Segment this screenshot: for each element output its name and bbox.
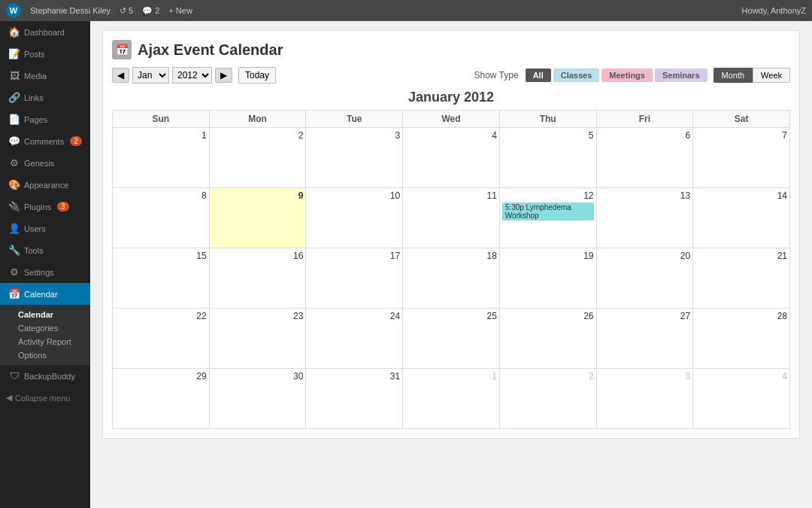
sidebar-item-appearance[interactable]: 🎨 Appearance bbox=[0, 174, 90, 196]
site-name[interactable]: Stephanie Dessi Kiley bbox=[30, 6, 111, 15]
event-item[interactable]: 5:30p Lymphedema Workshop bbox=[502, 202, 594, 221]
sidebar-item-tools[interactable]: 🔧 Tools bbox=[0, 239, 90, 261]
day-number: 17 bbox=[308, 251, 400, 261]
table-cell[interactable]: 19 bbox=[499, 248, 596, 309]
table-cell[interactable]: 1 bbox=[113, 128, 210, 188]
table-cell[interactable]: 16 bbox=[209, 248, 306, 309]
day-number: 8 bbox=[115, 190, 207, 201]
submenu-item-activity-report[interactable]: Activity Report bbox=[18, 335, 90, 348]
comments-btn[interactable]: 💬 2 bbox=[142, 6, 159, 16]
dashboard-icon: 🏠 bbox=[8, 26, 20, 38]
submenu-item-calendar[interactable]: Calendar bbox=[18, 308, 90, 321]
table-cell[interactable]: 18 bbox=[403, 248, 500, 309]
next-month-btn[interactable]: ▶ bbox=[215, 68, 232, 83]
table-cell[interactable]: 4 bbox=[693, 369, 790, 429]
day-number: 11 bbox=[405, 190, 497, 201]
view-btn-month[interactable]: Month bbox=[714, 68, 753, 83]
calendar-nav: ◀ JanFebMarAprMayJunJulAugSepOctNovDec 2… bbox=[112, 67, 232, 84]
type-btn-meetings[interactable]: Meetings bbox=[601, 68, 653, 82]
day-number: 4 bbox=[695, 371, 787, 382]
media-icon: 🖼 bbox=[8, 70, 20, 81]
table-cell[interactable]: 2 bbox=[499, 369, 596, 429]
sidebar-item-posts[interactable]: 📝 Posts bbox=[0, 43, 90, 65]
type-btn-all[interactable]: All bbox=[526, 68, 551, 82]
month-select[interactable]: JanFebMarAprMayJunJulAugSepOctNovDec bbox=[132, 67, 169, 84]
genesis-icon: ⚙ bbox=[8, 157, 20, 169]
calendar-submenu: CalendarCategoriesActivity ReportOptions bbox=[0, 305, 90, 365]
wp-logo[interactable]: W bbox=[6, 3, 21, 18]
table-cell[interactable]: 3 bbox=[596, 369, 693, 429]
calendar-icon: 📅 bbox=[112, 40, 132, 59]
day-number: 25 bbox=[405, 311, 497, 321]
howdy-text: Howdy, AnthonyZ bbox=[742, 6, 806, 15]
table-cell[interactable]: 1 bbox=[403, 369, 500, 429]
type-btn-classes[interactable]: Classes bbox=[553, 68, 600, 82]
table-cell[interactable]: 3 bbox=[306, 128, 403, 188]
prev-month-btn[interactable]: ◀ bbox=[112, 68, 129, 83]
year-select[interactable]: 20102011201220132014 bbox=[172, 67, 212, 84]
new-btn[interactable]: + New bbox=[168, 6, 192, 15]
view-btn-week[interactable]: Week bbox=[753, 68, 790, 83]
table-cell[interactable]: 6 bbox=[596, 128, 693, 188]
users-icon: 👤 bbox=[8, 223, 20, 234]
collapse-menu-btn[interactable]: ◀ Collapse menu bbox=[0, 387, 90, 409]
submenu-item-options[interactable]: Options bbox=[18, 348, 90, 362]
table-cell[interactable]: 4 bbox=[403, 128, 500, 188]
today-btn[interactable]: Today bbox=[238, 67, 276, 84]
sidebar-item-media[interactable]: 🖼 Media bbox=[0, 65, 90, 87]
table-cell[interactable]: 23 bbox=[209, 309, 306, 369]
collapse-icon: ◀ bbox=[6, 393, 12, 403]
table-cell[interactable]: 30 bbox=[209, 369, 306, 429]
sidebar-label-dashboard: Dashboard bbox=[24, 28, 65, 37]
calendar-table: SunMonTueWedThuFriSat 1234567891011125:3… bbox=[112, 110, 790, 429]
table-cell[interactable]: 21 bbox=[693, 248, 790, 309]
table-cell[interactable]: 29 bbox=[113, 369, 210, 429]
collapse-label: Collapse menu bbox=[15, 394, 70, 403]
table-cell[interactable]: 28 bbox=[693, 309, 790, 369]
sidebar-item-comments[interactable]: 💬 Comments 2 bbox=[0, 130, 90, 152]
table-cell[interactable]: 8 bbox=[113, 188, 210, 248]
table-cell[interactable]: 7 bbox=[693, 128, 790, 188]
table-cell[interactable]: 5 bbox=[499, 128, 596, 188]
sidebar-item-dashboard[interactable]: 🏠 Dashboard bbox=[0, 21, 90, 43]
day-number: 2 bbox=[502, 371, 594, 382]
sidebar-item-links[interactable]: 🔗 Links bbox=[0, 87, 90, 108]
table-cell[interactable]: 13 bbox=[596, 188, 693, 248]
table-cell[interactable]: 31 bbox=[306, 369, 403, 429]
sidebar-item-genesis[interactable]: ⚙ Genesis bbox=[0, 152, 90, 174]
day-number: 1 bbox=[115, 130, 207, 141]
type-btn-seminars[interactable]: Seminars bbox=[655, 68, 707, 82]
submenu-item-categories[interactable]: Categories bbox=[18, 321, 90, 335]
table-cell[interactable]: 9 bbox=[209, 188, 306, 248]
table-cell[interactable]: 20 bbox=[596, 248, 693, 309]
refresh-btn[interactable]: ↺ 5 bbox=[120, 6, 133, 16]
table-cell[interactable]: 17 bbox=[306, 248, 403, 309]
table-cell[interactable]: 10 bbox=[306, 188, 403, 248]
table-cell[interactable]: 125:30p Lymphedema Workshop bbox=[499, 188, 596, 248]
sidebar-item-calendar[interactable]: 📅 Calendar bbox=[0, 283, 90, 305]
sidebar-item-pages[interactable]: 📄 Pages bbox=[0, 108, 90, 130]
sidebar-label-users: Users bbox=[24, 224, 46, 233]
day-number: 4 bbox=[405, 130, 497, 141]
day-number: 6 bbox=[599, 130, 691, 141]
show-type-label: Show Type bbox=[474, 70, 518, 81]
table-cell[interactable]: 24 bbox=[306, 309, 403, 369]
week-row-1: 891011125:30p Lymphedema Workshop1314 bbox=[113, 188, 790, 248]
table-cell[interactable]: 27 bbox=[596, 309, 693, 369]
sidebar-item-backupbuddy[interactable]: 🛡 BackupBuddy bbox=[0, 365, 90, 387]
table-cell[interactable]: 2 bbox=[209, 128, 306, 188]
day-number: 15 bbox=[115, 251, 207, 261]
day-number: 10 bbox=[308, 190, 400, 201]
table-cell[interactable]: 22 bbox=[113, 309, 210, 369]
sidebar-item-users[interactable]: 👤 Users bbox=[0, 217, 90, 239]
sidebar-label-appearance: Appearance bbox=[24, 181, 68, 190]
table-cell[interactable]: 14 bbox=[693, 188, 790, 248]
sidebar-item-settings[interactable]: ⚙ Settings bbox=[0, 261, 90, 283]
sidebar-item-plugins[interactable]: 🔌 Plugins 3 bbox=[0, 196, 90, 217]
table-cell[interactable]: 11 bbox=[403, 188, 500, 248]
table-cell[interactable]: 15 bbox=[113, 248, 210, 309]
type-buttons: AllClassesMeetingsSeminars bbox=[526, 68, 707, 82]
day-number: 7 bbox=[695, 130, 787, 141]
table-cell[interactable]: 26 bbox=[499, 309, 596, 369]
table-cell[interactable]: 25 bbox=[403, 309, 500, 369]
